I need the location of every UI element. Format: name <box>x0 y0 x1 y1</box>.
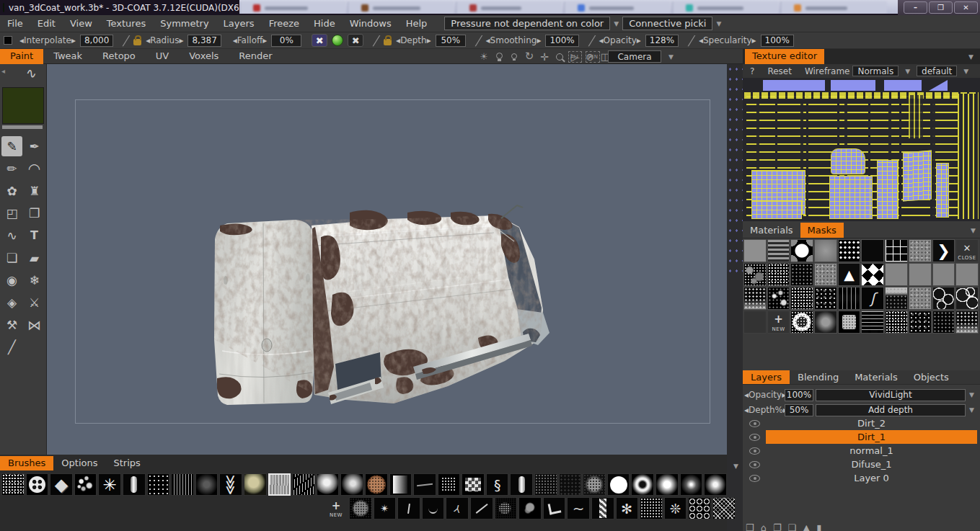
pressure-mode-dropdown[interactable]: Pressure not dependent on color <box>444 17 610 30</box>
layer-name[interactable]: normal_1 <box>766 444 977 458</box>
minimize-button[interactable]: – <box>904 1 927 14</box>
picking-mode-dropdown[interactable]: Connective picki <box>622 17 712 30</box>
tool-pick[interactable] <box>24 293 45 313</box>
mask-thumbnail[interactable] <box>838 239 861 262</box>
tool-fill[interactable] <box>1 293 22 313</box>
tool-ruler[interactable] <box>1 337 22 357</box>
mask-thumbnail[interactable] <box>790 263 813 286</box>
chevron-down-icon[interactable]: ▼ <box>614 20 619 27</box>
tool-stamp[interactable] <box>24 181 45 201</box>
mask-thumbnail[interactable] <box>955 287 979 310</box>
lock-icon[interactable] <box>133 39 141 45</box>
mask-thumbnail[interactable] <box>790 239 813 262</box>
masks-panel-tab[interactable]: Materials <box>743 223 800 238</box>
brush-thumbnail[interactable] <box>510 473 533 496</box>
mask-thumbnail[interactable] <box>909 263 932 286</box>
tool-blob[interactable] <box>1 181 22 201</box>
camera-dropdown[interactable]: Camera <box>608 50 661 63</box>
interpolate-value[interactable]: 8,000 <box>80 35 113 47</box>
menu-item[interactable]: View <box>63 18 100 29</box>
brush-thumbnail[interactable] <box>712 497 736 519</box>
visibility-eye-icon[interactable] <box>749 461 760 468</box>
mask-thumbnail[interactable] <box>790 311 813 334</box>
tool-freeze[interactable] <box>24 270 45 290</box>
menu-item[interactable]: Edit <box>30 18 63 29</box>
falloff-value[interactable]: 0% <box>271 35 301 47</box>
brush-thumbnail[interactable] <box>26 473 49 496</box>
brush-thumbnail[interactable] <box>349 497 372 519</box>
opacity-value[interactable]: 128% <box>645 35 679 47</box>
brush-thumbnail[interactable] <box>518 497 542 519</box>
chevron-down-icon[interactable]: ▼ <box>969 406 974 414</box>
brush-thumbnail[interactable] <box>292 473 315 496</box>
zoom-view-icon[interactable] <box>555 51 565 63</box>
tool-eraser[interactable] <box>24 248 45 268</box>
layer-name[interactable]: Layer 0 <box>766 471 977 485</box>
brush-thumbnail[interactable] <box>438 473 461 496</box>
tool-spline[interactable] <box>1 226 22 246</box>
mask-thumbnail[interactable] <box>838 311 861 334</box>
mask-thumbnail[interactable] <box>955 263 979 286</box>
mask-thumbnail[interactable] <box>790 287 813 310</box>
brush-thumbnail[interactable] <box>123 473 146 496</box>
new-mask-button[interactable]: + NEW <box>767 311 790 334</box>
close-masks-button[interactable]: ✕ CLOSE <box>955 239 979 262</box>
menu-item[interactable]: Help <box>399 18 435 29</box>
mask-thumbnail[interactable] <box>861 311 884 334</box>
brush-thumbnail[interactable] <box>567 497 590 519</box>
tool-text[interactable] <box>24 226 45 246</box>
menu-item[interactable]: File <box>0 18 30 29</box>
mask-thumbnail[interactable] <box>767 239 790 262</box>
clear-button[interactable]: ✖ <box>348 34 363 47</box>
workspace-tab[interactable]: Voxels <box>179 49 229 64</box>
layers-panel-tab[interactable]: Objects <box>906 370 957 384</box>
brush-thumbnail[interactable] <box>98 473 121 496</box>
tool-airbrush[interactable] <box>24 136 45 156</box>
brush-thumbnail[interactable] <box>664 497 687 519</box>
tool-clone[interactable] <box>24 203 45 223</box>
tool-iron[interactable] <box>1 315 22 335</box>
brush-thumbnail[interactable] <box>688 497 711 519</box>
brush-thumbnail[interactable] <box>680 473 703 496</box>
wireframe-button[interactable]: Wireframe <box>805 66 850 76</box>
layers-panel-tab[interactable]: Materials <box>847 370 906 384</box>
brush-thumbnail[interactable] <box>486 473 509 496</box>
mask-thumbnail[interactable] <box>838 287 861 310</box>
chevron-down-icon[interactable]: ▼ <box>969 391 974 398</box>
brush-thumbnail[interactable] <box>195 473 218 496</box>
smoothing-value[interactable]: 100% <box>545 35 578 47</box>
mask-thumbnail[interactable] <box>814 239 837 262</box>
chevron-down-icon[interactable]: ▼ <box>668 53 674 61</box>
brush-thumbnail[interactable] <box>317 473 340 496</box>
brush-thumbnail[interactable] <box>462 473 485 496</box>
mask-thumbnail[interactable] <box>814 311 837 334</box>
pen-pressure-icon[interactable]: ╱ <box>373 35 379 46</box>
brush-thumbnail[interactable] <box>591 497 614 519</box>
rotate-view-icon[interactable] <box>524 51 534 63</box>
chevron-down-icon[interactable]: ▼ <box>905 68 910 75</box>
layer-name[interactable]: Dirt_2 <box>766 416 977 430</box>
brushes-panel-tab[interactable]: Options <box>53 456 105 470</box>
mask-thumbnail[interactable] <box>932 239 955 262</box>
restore-button[interactable]: ❐ <box>929 1 953 14</box>
workspace-tab[interactable]: Render <box>229 49 282 64</box>
chevron-down-icon[interactable]: ▼ <box>716 20 721 27</box>
layer-opacity-value[interactable]: 100% <box>785 389 813 401</box>
brush-thumbnail[interactable] <box>374 497 397 519</box>
brush-thumbnail[interactable] <box>397 497 420 519</box>
menu-item[interactable]: Textures <box>100 18 153 29</box>
layer-row[interactable]: Layer 0 <box>743 471 980 485</box>
sphere-preview-icon[interactable] <box>332 35 343 46</box>
workspace-tab[interactable]: UV <box>146 49 179 64</box>
depth-mode-dropdown[interactable]: Add depth <box>816 404 966 416</box>
brush-thumbnail[interactable] <box>631 473 654 496</box>
menu-item[interactable]: Symmetry <box>153 18 216 29</box>
panel-menu-icon[interactable]: ▼ <box>971 227 976 234</box>
mask-thumbnail[interactable] <box>861 287 884 310</box>
channel-dropdown[interactable]: Normals <box>852 66 899 76</box>
collapse-arrow-icon[interactable]: ◂ <box>1 67 5 75</box>
brush-thumbnail[interactable] <box>534 473 557 496</box>
mask-thumbnail[interactable] <box>861 263 884 286</box>
current-color-swatch[interactable] <box>4 36 12 45</box>
visibility-eye-icon[interactable] <box>749 420 760 427</box>
